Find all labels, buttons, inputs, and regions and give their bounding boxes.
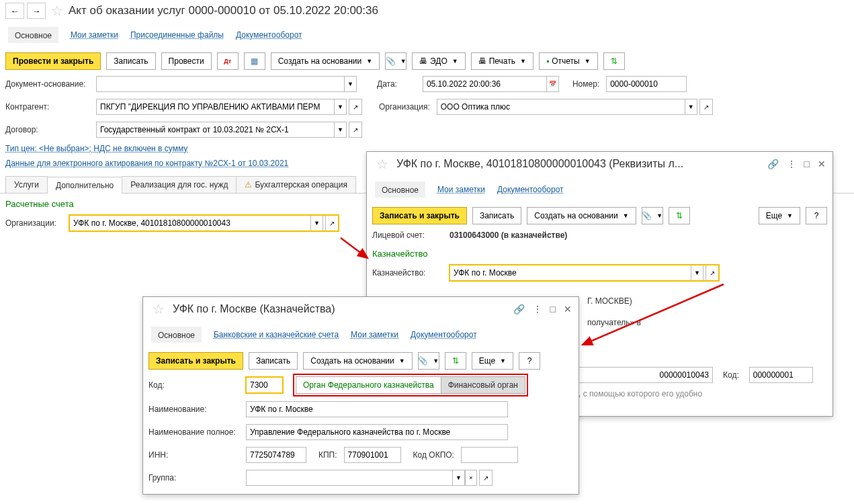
win2-toggle-federal[interactable]: Орган Федерального казначейства	[296, 376, 441, 394]
win2-okpo-input[interactable]	[461, 447, 518, 463]
win2-attach-button[interactable]: 📎▼	[418, 352, 439, 370]
win1-tab-main[interactable]: Основное	[375, 181, 425, 198]
win1-save-button[interactable]: Записать	[472, 207, 521, 224]
tab-main[interactable]: Основное	[8, 27, 58, 43]
win1-treasury-open-button[interactable]: ↗	[706, 265, 719, 281]
win1-more-button[interactable]: Еще▼	[759, 207, 800, 224]
win2-save-close-button[interactable]: Записать и закрыть	[148, 352, 243, 370]
contract-input[interactable]	[96, 122, 335, 138]
extra-icon-button[interactable]: ⇅	[603, 52, 625, 70]
win1-create-based-button[interactable]: Создать на основании▼	[527, 207, 636, 224]
win2-maximize-icon[interactable]: □	[550, 304, 556, 314]
attach-icon-button[interactable]: 📎▼	[385, 52, 407, 70]
win2-group-input-group: ▼ × ↗	[246, 470, 493, 486]
win1-extra-button[interactable]: ⇅	[669, 207, 690, 224]
win2-create-based-label: Создать на основании	[310, 356, 394, 366]
contract-dropdown[interactable]: ▼	[335, 122, 347, 138]
win2-name-input[interactable]	[246, 401, 508, 417]
doc-basis-input-group: ▼	[96, 76, 357, 92]
win1-partial3-input[interactable]	[579, 367, 713, 383]
win1-save-close-button[interactable]: Записать и закрыть	[372, 207, 467, 224]
dtkt-icon-button[interactable]: Дт	[217, 52, 239, 70]
post-close-button[interactable]: Провести и закрыть	[5, 52, 101, 70]
tab-docflow[interactable]: Документооборот	[236, 30, 302, 40]
contract-open-button[interactable]: ↗	[349, 122, 362, 138]
win2-link-icon[interactable]: 🔗	[513, 304, 525, 314]
win1-code-input[interactable]	[749, 367, 813, 383]
win2-close-icon[interactable]: ✕	[564, 304, 572, 314]
tab-additional[interactable]: Дополнительно	[47, 177, 122, 194]
win1-attach-button[interactable]: 📎▼	[642, 207, 663, 224]
org-open-button[interactable]: ↗	[699, 99, 713, 115]
win2-menu-icon[interactable]: ⋮	[533, 304, 542, 314]
back-button[interactable]: ←	[5, 3, 24, 19]
win2-type-toggle-highlight: Орган Федерального казначейства Финансов…	[295, 376, 526, 394]
tab-files[interactable]: Присоединенные файлы	[130, 30, 224, 40]
win2-name-label: Наименование:	[148, 405, 239, 414]
forward-button[interactable]: →	[27, 3, 46, 19]
win1-maximize-icon[interactable]: □	[804, 159, 810, 169]
toolbar: Провести и закрыть Записать Провести Дт …	[0, 50, 854, 73]
win2-group-open[interactable]: ↗	[479, 470, 493, 486]
win2-tab-notes[interactable]: Мои заметки	[351, 330, 398, 339]
win2-kpp-input[interactable]	[344, 447, 401, 463]
tab-accounting[interactable]: ⚠Бухгалтерская операция	[236, 176, 355, 193]
price-type-link[interactable]: Тип цен: <Не выбран>; НДС не включен в с…	[5, 144, 187, 153]
win1-tab-notes[interactable]: Мои заметки	[437, 185, 485, 194]
list-icon-button[interactable]: ▦	[244, 52, 265, 70]
win2-tab-docflow[interactable]: Документооборот	[411, 330, 477, 339]
tab-gov[interactable]: Реализация для гос. нужд	[122, 176, 237, 193]
treasury-window: ☆ УФК по г. Москве (Казначейства) 🔗 ⋮ □ …	[142, 296, 579, 495]
number-input[interactable]	[606, 76, 687, 92]
win2-star-icon[interactable]: ☆	[153, 301, 165, 317]
win2-full-input[interactable]	[246, 424, 508, 440]
win2-group-clear[interactable]: ×	[465, 470, 477, 486]
win1-close-icon[interactable]: ✕	[818, 159, 826, 169]
win1-menu-icon[interactable]: ⋮	[787, 159, 796, 169]
win2-tab-main[interactable]: Основное	[151, 327, 202, 343]
win1-link-icon[interactable]: 🔗	[767, 159, 779, 169]
win1-star-icon[interactable]: ☆	[376, 156, 388, 172]
contract-input-group: ▼ ↗	[96, 122, 362, 138]
win2-group-dropdown[interactable]: ▼	[453, 470, 465, 486]
win2-group-label: Группа:	[148, 473, 239, 482]
print-button[interactable]: 🖶 Печать▼	[471, 52, 533, 70]
tab-services[interactable]: Услуги	[5, 176, 48, 193]
win2-save-button[interactable]: Записать	[249, 352, 298, 370]
doc-basis-input[interactable]	[96, 76, 345, 92]
post-button[interactable]: Провести	[161, 52, 212, 70]
org-dropdown[interactable]: ▼	[685, 99, 697, 115]
org-input[interactable]	[437, 99, 685, 115]
tab-notes[interactable]: Мои заметки	[71, 30, 118, 40]
win2-more-button[interactable]: Еще▼	[472, 352, 513, 370]
win2-group-input[interactable]	[246, 470, 453, 486]
e-act-link[interactable]: Данные для электронного актирования по к…	[5, 159, 288, 168]
date-input[interactable]	[423, 76, 547, 92]
win2-help-button[interactable]: ?	[519, 352, 540, 370]
win2-code-input[interactable]	[246, 377, 283, 393]
win2-inn-input[interactable]	[246, 447, 306, 463]
win1-tab-docflow[interactable]: Документооборот	[497, 185, 564, 194]
doc-basis-dropdown[interactable]: ▼	[345, 76, 357, 92]
win1-treasury-dropdown[interactable]: ▼	[691, 265, 703, 281]
win1-account-value: 03100643000 (в казначействе)	[450, 230, 567, 240]
counterparty-input[interactable]	[96, 99, 335, 115]
win2-toggle-financial[interactable]: Финансовый орган	[441, 376, 525, 394]
org-account-label: Организации:	[5, 218, 62, 228]
win2-tab-bank[interactable]: Банковские и казначейские счета	[214, 330, 339, 339]
org-account-open-button[interactable]: ↗	[325, 215, 339, 231]
create-based-button[interactable]: Создать на основании▼	[271, 52, 380, 70]
save-button[interactable]: Записать	[106, 52, 155, 70]
org-account-input[interactable]	[69, 215, 311, 231]
favorite-star-icon[interactable]: ☆	[51, 3, 63, 19]
edo-button[interactable]: 🖶 ЭДО▼	[412, 52, 466, 70]
counterparty-dropdown[interactable]: ▼	[335, 99, 347, 115]
counterparty-open-button[interactable]: ↗	[349, 99, 362, 115]
win1-treasury-input[interactable]	[450, 265, 691, 281]
org-account-dropdown[interactable]: ▼	[311, 215, 323, 231]
win1-help-button[interactable]: ?	[806, 207, 827, 224]
win2-create-based-button[interactable]: Создать на основании▼	[303, 352, 412, 370]
win2-extra-button[interactable]: ⇅	[445, 352, 466, 370]
date-calendar-button[interactable]: 📅	[547, 76, 559, 92]
reports-button[interactable]: ▪ Отчеты▼	[539, 52, 598, 70]
